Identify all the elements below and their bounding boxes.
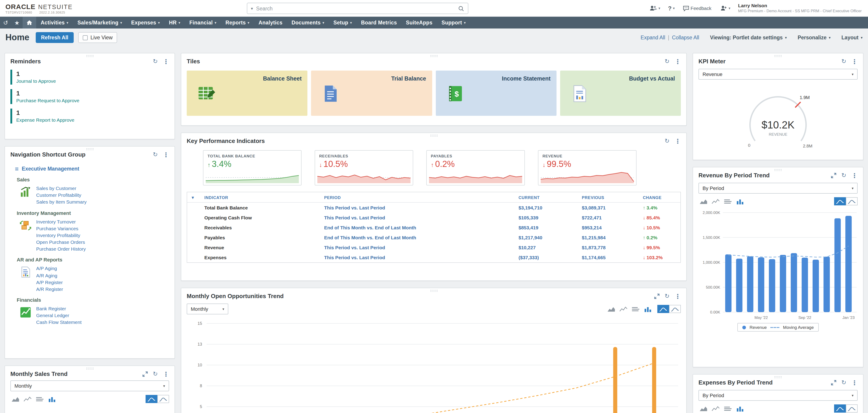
period-select[interactable]: Monthly ▾	[187, 303, 228, 315]
feedback-button[interactable]: Feedback	[682, 5, 711, 11]
home-tab[interactable]	[23, 17, 36, 29]
tile-budget-vs-actual[interactable]: Budget vs Actual	[560, 70, 681, 116]
nav-item-setup[interactable]: Setup▾	[329, 17, 356, 29]
tile-trial-balance[interactable]: Trial Balance	[311, 70, 432, 116]
column-header-change[interactable]: CHANGE	[639, 192, 680, 202]
shortcut-link[interactable]: Cash Flow Statement	[36, 319, 82, 325]
refresh-icon[interactable]: ↻	[153, 58, 158, 64]
portlet-menu-icon[interactable]: ⋮	[675, 58, 681, 64]
area-chart-type-icon[interactable]	[10, 395, 20, 403]
kpi-box-receivables[interactable]: RECEIVABLES ↓ 10.5%	[315, 150, 413, 185]
live-view-toggle[interactable]: Live View	[78, 32, 117, 43]
nav-item-documents[interactable]: Documents▾	[287, 17, 329, 29]
shortcut-link[interactable]: Sales by Item Summary	[36, 199, 87, 205]
portlet-menu-icon[interactable]: ⋮	[163, 151, 169, 158]
reminder-item[interactable]: 1 Journal to Approve	[10, 70, 169, 85]
expand-icon[interactable]	[143, 371, 148, 377]
search-input[interactable]	[256, 6, 455, 11]
reminder-item[interactable]: 1 Expense Report to Approve	[10, 109, 169, 123]
shortcut-link[interactable]: A/P Register	[36, 279, 63, 285]
refresh-icon[interactable]: ↻	[841, 58, 846, 64]
column-header-current[interactable]: CURRENT	[515, 192, 578, 202]
shortcut-link[interactable]: Purchase Variances	[36, 225, 86, 231]
previous-cell[interactable]: $1,215,984	[578, 233, 639, 242]
bar-chart-type-icon[interactable]	[47, 395, 57, 403]
viewing-menu[interactable]: Viewing: Portlet date settings▾	[710, 35, 787, 40]
user-menu-button[interactable]: ▾	[719, 5, 730, 11]
period-select[interactable]: By Period ▾	[699, 183, 858, 194]
drag-handle[interactable]	[430, 55, 438, 57]
shortcut-link[interactable]: Customer Profitability	[36, 192, 87, 198]
kpi-box-payables[interactable]: PAYABLES ↑ 0.2%	[426, 150, 525, 185]
roles-menu-button[interactable]: ▾	[649, 5, 660, 11]
refresh-icon[interactable]: ↻	[841, 172, 846, 178]
line-chart-type-icon[interactable]	[618, 305, 628, 313]
drag-handle[interactable]	[774, 376, 782, 378]
help-menu-button[interactable]: ? ▾	[668, 5, 675, 11]
shortcut-link[interactable]: General Ledger	[36, 312, 82, 319]
tile-income-statement[interactable]: Income Statement	[436, 70, 557, 116]
reminder-label[interactable]: Purchase Request to Approve	[16, 98, 169, 103]
nav-item-hr[interactable]: HR▾	[164, 17, 185, 29]
refresh-icon[interactable]: ↻	[664, 138, 670, 144]
shortcut-link[interactable]: A/R Aging	[36, 272, 63, 278]
expand-all-link[interactable]: Expand All	[641, 35, 665, 40]
recent-records-icon[interactable]: ↺	[0, 17, 11, 29]
previous-cell[interactable]: $1,873,778	[578, 242, 639, 253]
chart-style-line-icon[interactable]	[846, 197, 858, 205]
layout-menu[interactable]: Layout▾	[842, 35, 863, 40]
current-cell[interactable]: $853,419	[515, 223, 578, 233]
previous-cell[interactable]: $953,214	[578, 223, 639, 233]
chart-style-line-icon[interactable]	[157, 395, 169, 403]
line-chart-type-icon[interactable]	[23, 395, 33, 403]
chart-style-filled-icon[interactable]	[834, 197, 846, 205]
reminder-label[interactable]: Expense Report to Approve	[16, 117, 169, 123]
expand-icon[interactable]	[831, 380, 836, 385]
table-row[interactable]: Receivables End of This Month vs. End of…	[187, 223, 680, 233]
list-view-icon[interactable]	[631, 305, 641, 313]
portlet-menu-icon[interactable]: ⋮	[851, 172, 858, 178]
global-search[interactable]: ▾	[247, 3, 468, 14]
nav-item-reports[interactable]: Reports▾	[221, 17, 254, 29]
list-view-icon[interactable]	[35, 395, 45, 403]
expand-icon[interactable]	[654, 293, 659, 299]
refresh-all-button[interactable]: Refresh All	[36, 32, 74, 43]
shortcut-link[interactable]: Open Purchase Orders	[36, 239, 86, 245]
table-row[interactable]: Total Bank Balance This Period vs. Last …	[187, 202, 680, 213]
chart-style-line-icon[interactable]	[669, 305, 681, 313]
drag-handle[interactable]	[430, 290, 438, 292]
live-view-checkbox[interactable]	[83, 35, 88, 40]
portlet-menu-icon[interactable]: ⋮	[163, 58, 169, 64]
line-chart-type-icon[interactable]	[711, 405, 721, 412]
table-row[interactable]: Operating Cash Flow This Period vs. Last…	[187, 213, 680, 223]
line-chart-type-icon[interactable]	[711, 198, 721, 205]
nav-item-financial[interactable]: Financial▾	[185, 17, 221, 29]
drag-handle[interactable]	[430, 134, 438, 137]
portlet-menu-icon[interactable]: ⋮	[675, 138, 681, 144]
shortcut-link[interactable]: Inventory Turnover	[36, 218, 86, 225]
collapse-caret-icon[interactable]: ▼	[191, 196, 195, 200]
kpi-box-revenue[interactable]: REVENUE ↓ 99.5%	[538, 150, 637, 185]
chart-style-filled-icon[interactable]	[834, 405, 846, 413]
shortcut-link[interactable]: Bank Register	[36, 305, 82, 312]
kpi-select[interactable]: Revenue ▾	[699, 69, 858, 80]
previous-cell[interactable]: $3,089,371	[578, 202, 639, 213]
drag-handle[interactable]	[86, 55, 94, 57]
refresh-icon[interactable]: ↻	[153, 371, 158, 377]
bar-chart-type-icon[interactable]	[735, 198, 745, 205]
drag-handle[interactable]	[774, 55, 782, 57]
search-scope-caret-icon[interactable]: ▾	[251, 6, 253, 11]
expand-icon[interactable]	[831, 173, 836, 178]
current-cell[interactable]: ($37,333)	[515, 253, 578, 262]
column-header-indicator[interactable]: INDICATOR	[201, 192, 320, 202]
nav-item-analytics[interactable]: Analytics	[254, 17, 287, 29]
previous-cell[interactable]: $1,174,665	[578, 253, 639, 262]
portlet-menu-icon[interactable]: ⋮	[851, 379, 858, 386]
current-cell[interactable]: $1,217,940	[515, 233, 578, 242]
nav-item-activities[interactable]: Activities▾	[36, 17, 73, 29]
shortcut-link[interactable]: Inventory Profitability	[36, 232, 86, 238]
collapse-all-link[interactable]: Collapse All	[672, 35, 699, 40]
kpi-box-total-bank-balance[interactable]: TOTAL BANK BALANCE ↑ 3.4%	[203, 150, 302, 185]
nav-item-sales-marketing[interactable]: Sales/Marketing▾	[73, 17, 127, 29]
list-view-icon[interactable]	[723, 405, 733, 412]
